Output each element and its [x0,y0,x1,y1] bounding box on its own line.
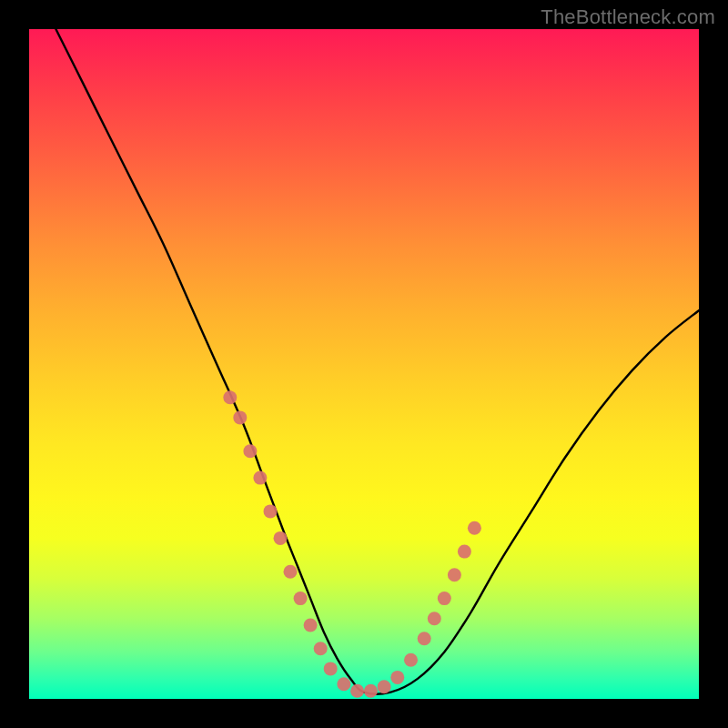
marker-dot [468,521,481,535]
bottleneck-curve [56,29,699,694]
marker-dot [264,504,278,518]
marker-dot [378,680,391,693]
marker-dot [223,390,237,404]
marker-dot [243,444,257,458]
highlight-markers [223,390,481,697]
marker-dot [304,619,318,632]
marker-dot [418,632,431,645]
marker-dot [324,662,338,675]
chart-frame: TheBottleneck.com [0,0,728,728]
marker-dot [337,677,350,691]
marker-dot [274,531,288,545]
watermark-text: TheBottleneck.com [541,5,715,29]
marker-dot [294,592,308,605]
marker-dot [314,642,328,655]
chart-svg [29,29,699,699]
marker-dot [428,612,441,625]
marker-dot [458,545,471,559]
marker-dot [253,471,267,485]
marker-dot [350,684,364,698]
marker-dot [404,653,418,667]
marker-dot [364,684,378,698]
marker-dot [284,565,298,579]
marker-dot [233,410,247,424]
marker-dot [390,671,404,684]
marker-dot [438,592,451,605]
marker-dot [448,568,461,581]
plot-area [29,29,699,699]
